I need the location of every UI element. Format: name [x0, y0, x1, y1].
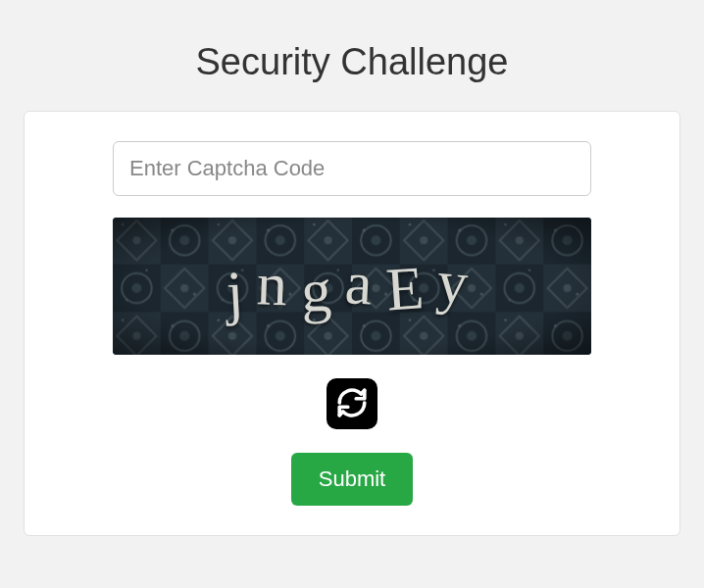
- captcha-input[interactable]: [113, 141, 591, 196]
- captcha-card: j n g a E y Submit: [24, 111, 680, 536]
- refresh-captcha-button[interactable]: [327, 378, 377, 429]
- captcha-input-row: [113, 141, 591, 196]
- refresh-icon: [335, 386, 369, 422]
- submit-row: Submit: [113, 453, 591, 506]
- captcha-code-text: j n g a E y: [226, 252, 478, 321]
- submit-button[interactable]: Submit: [291, 453, 413, 506]
- page-title: Security Challenge: [0, 0, 704, 111]
- captcha-image: j n g a E y: [113, 218, 591, 355]
- refresh-row: [113, 378, 591, 429]
